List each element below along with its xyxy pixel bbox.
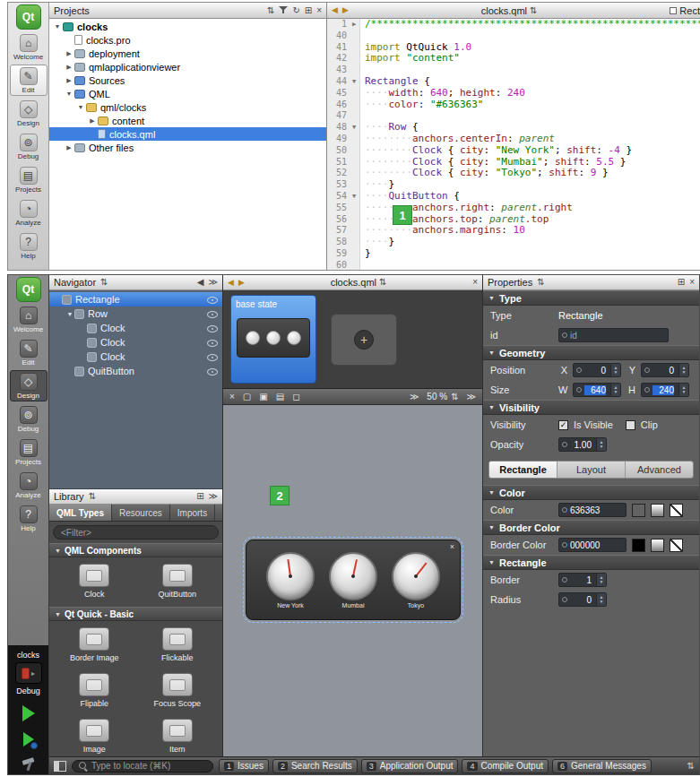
visibility-eye-icon[interactable] <box>207 337 218 348</box>
base-state-thumbnail[interactable]: base state <box>230 295 316 384</box>
action-indicator-icon[interactable] <box>576 387 582 393</box>
project-tree-item[interactable]: clocks.pro <box>49 33 326 47</box>
sidebar-mode-debug[interactable]: ⊚Debug <box>10 131 48 162</box>
project-tree-item[interactable]: ▶content <box>49 114 326 127</box>
fold-marker-icon[interactable]: ▼ <box>349 76 359 88</box>
expand-arrow-icon[interactable]: ▶ <box>65 144 73 151</box>
clocks-app-preview[interactable]: × New YorkMumbaiTokyo <box>246 540 461 620</box>
library-item-item[interactable]: Item <box>136 719 220 754</box>
expand-arrow-icon[interactable]: ▶ <box>65 64 73 71</box>
forward-icon[interactable]: ▶ <box>342 6 349 14</box>
sidebar-mode-debug[interactable]: ⊚Debug <box>10 403 48 435</box>
fold-marker-icon[interactable]: ▶ <box>349 19 359 30</box>
sidebar-mode-edit[interactable]: ✎Edit <box>10 337 48 368</box>
library-tab-imports[interactable]: Imports <box>170 505 215 521</box>
form-editor-canvas[interactable]: 2 × New YorkMumbaiTokyo <box>223 405 482 756</box>
tab-layout[interactable]: Layout <box>557 462 626 478</box>
library-item-quitbutton[interactable]: QuitButton <box>136 564 220 599</box>
output-pane-button-application-output[interactable]: 3Application Output <box>361 759 459 773</box>
project-tree-item[interactable]: ▶Other files <box>49 141 326 154</box>
expand-arrow-icon[interactable]: ▼ <box>76 104 85 110</box>
spinner-arrows[interactable]: ▲▼ <box>678 384 688 396</box>
expand-arrow-icon[interactable]: ▼ <box>65 311 74 317</box>
y-spinbox[interactable]: 0 ▲▼ <box>641 363 689 377</box>
section-header-type[interactable]: ▼ Type <box>483 290 699 306</box>
color-field[interactable]: 636363 <box>558 503 627 517</box>
sidebar-mode-edit[interactable]: ✎Edit <box>10 65 48 96</box>
action-indicator-icon[interactable] <box>562 332 567 338</box>
id-input[interactable] <box>570 331 665 341</box>
output-pane-button-general-messages[interactable]: 6General Messages <box>552 759 652 773</box>
run-button[interactable] <box>22 705 35 721</box>
projects-tree[interactable]: ▼clocksclocks.pro▶deployment▶qmlapplicat… <box>49 19 326 270</box>
spinner-arrows[interactable]: ▲▼ <box>596 574 606 586</box>
action-indicator-icon[interactable] <box>644 367 650 373</box>
output-pane-button-issues[interactable]: 1Issues <box>219 759 269 773</box>
x-spinbox[interactable]: 0 ▲▼ <box>573 363 621 377</box>
library-tab-resources[interactable]: Resources <box>112 505 170 521</box>
output-pane-button-compile-output[interactable]: 4Compile Output <box>462 759 549 773</box>
fold-marker-icon[interactable]: ▼ <box>349 122 359 134</box>
navigator-tree[interactable]: Rectangle▼RowClockClockClockQuitButton <box>49 290 222 489</box>
section-header-color[interactable]: ▼ Color <box>483 485 699 500</box>
target-selector-button[interactable]: ▸ <box>15 662 42 684</box>
project-tree-item[interactable]: ▶deployment <box>49 47 326 60</box>
sidebar-mode-projects[interactable]: ▤Projects <box>10 436 48 468</box>
back-icon[interactable]: ◀ <box>332 6 338 14</box>
navigator-item-rectangle[interactable]: Rectangle <box>49 292 222 306</box>
library-item-flickable[interactable]: Flickable <box>136 627 220 662</box>
tab-advanced[interactable]: Advanced <box>626 462 693 478</box>
code-editor[interactable]: 1▶/*************************************… <box>327 19 700 270</box>
action-indicator-icon[interactable] <box>562 597 567 602</box>
project-tree-item[interactable]: ▶Sources <box>49 73 326 87</box>
close-icon[interactable]: × <box>689 278 695 287</box>
library-item-flipable[interactable]: Flipable <box>53 673 136 708</box>
open-document-combo[interactable]: clocks.qml ⇅ <box>481 5 538 16</box>
project-tree-item[interactable]: ▼qml/clocks <box>49 100 326 114</box>
width-spinbox[interactable]: 640 ▲▼ <box>573 383 621 397</box>
project-tree-item[interactable]: ▶qmlapplicationviewer <box>49 60 326 73</box>
library-tab-qml-types[interactable]: QML Types <box>49 505 112 521</box>
snapping-icon[interactable]: ▤ <box>276 393 284 401</box>
sidebar-mode-analyze[interactable]: ◔Analyze <box>10 470 48 501</box>
visibility-eye-icon[interactable] <box>207 308 218 319</box>
build-button[interactable] <box>21 757 37 772</box>
collapse-left-icon[interactable]: ◀ <box>197 278 204 287</box>
sidebar-mode-welcome[interactable]: ⌂Welcome <box>10 31 48 63</box>
combo-arrows-icon[interactable]: ⇅ <box>267 6 274 15</box>
action-indicator-icon[interactable] <box>562 507 567 513</box>
project-tree-item[interactable]: ▼QML <box>49 87 326 100</box>
spinner-arrows[interactable]: ▲▼ <box>678 364 688 376</box>
border-spinbox[interactable]: 1 ▲▼ <box>558 573 607 587</box>
section-header-geometry[interactable]: ▼ Geometry <box>483 345 699 360</box>
more-icon[interactable]: ≫ <box>209 492 218 501</box>
solid-color-button[interactable] <box>632 504 645 517</box>
sync-icon[interactable]: ↻ <box>292 6 299 15</box>
visibility-eye-icon[interactable] <box>207 294 218 305</box>
section-header-visibility[interactable]: ▼ Visibility <box>483 400 699 415</box>
split-icon[interactable]: ⊞ <box>196 492 203 501</box>
sidebar-mode-welcome[interactable]: ⌂Welcome <box>10 304 48 335</box>
visibility-eye-icon[interactable] <box>207 366 218 376</box>
visibility-eye-icon[interactable] <box>207 351 218 362</box>
navigator-item-row[interactable]: ▼Row <box>49 306 222 321</box>
split-icon[interactable]: ⊞ <box>305 6 312 15</box>
library-item-clock[interactable]: Clock <box>53 564 136 599</box>
opacity-spinbox[interactable]: 1.00 ▲▼ <box>558 437 607 452</box>
back-icon[interactable]: ◀ <box>228 279 234 287</box>
close-icon[interactable]: × <box>229 393 235 401</box>
action-indicator-icon[interactable] <box>562 577 567 583</box>
id-field[interactable] <box>558 328 669 342</box>
sidebar-mode-analyze[interactable]: ◔Analyze <box>10 197 48 229</box>
expand-arrow-icon[interactable]: ▼ <box>65 91 73 97</box>
sidebar-mode-help[interactable]: ?Help <box>10 503 48 534</box>
clip-checkbox[interactable] <box>626 420 635 430</box>
gradient-button[interactable] <box>651 539 664 552</box>
close-icon[interactable]: × <box>472 278 478 287</box>
transparent-button[interactable] <box>670 539 683 552</box>
sidebar-mode-design[interactable]: ◇Design <box>10 98 48 129</box>
output-pane-arrows-icon[interactable]: ⇅ <box>687 761 695 771</box>
fold-marker-icon[interactable]: ▼ <box>349 191 359 203</box>
navigator-item-quitbutton[interactable]: QuitButton <box>49 364 222 378</box>
expand-arrow-icon[interactable]: ▶ <box>65 50 73 57</box>
